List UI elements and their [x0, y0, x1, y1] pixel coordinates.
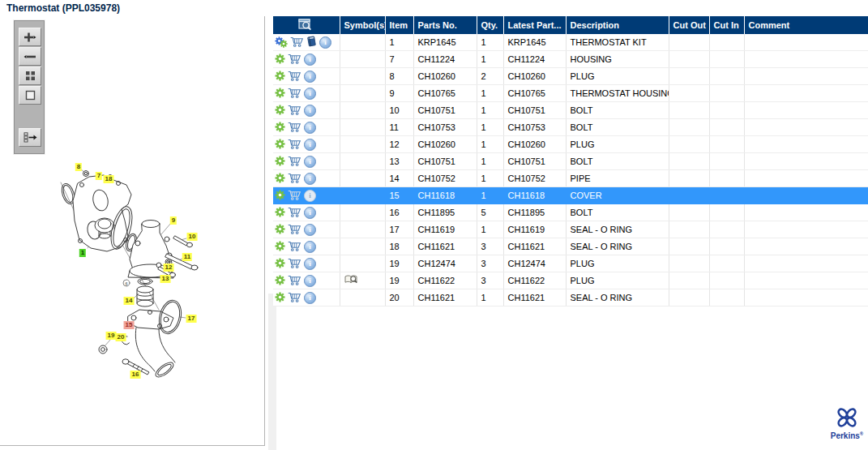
row-action-icons[interactable]: i: [273, 153, 340, 170]
cell-cut-in[interactable]: [709, 272, 744, 289]
cell-cut-out[interactable]: [669, 255, 709, 272]
toolbar-tile-view-button[interactable]: [19, 66, 41, 85]
cell-comment[interactable]: [744, 68, 868, 85]
cell-parts-no[interactable]: CH10751: [413, 153, 477, 170]
column-header-item[interactable]: Item: [385, 16, 413, 34]
cell-qty[interactable]: 1: [477, 34, 503, 51]
cell-latest-part[interactable]: CH10752: [503, 170, 566, 187]
cell-symbols[interactable]: [340, 238, 385, 255]
cell-cut-out[interactable]: [669, 170, 709, 187]
cell-symbols[interactable]: [340, 153, 385, 170]
cell-latest-part[interactable]: CH11622: [503, 272, 566, 289]
cell-description[interactable]: HOUSING: [566, 51, 669, 68]
cell-cut-out[interactable]: [669, 136, 709, 153]
row-action-icons[interactable]: i: [273, 68, 340, 85]
cell-comment[interactable]: [744, 170, 868, 187]
add-to-cart-icon[interactable]: [288, 224, 301, 236]
cell-parts-no[interactable]: CH11895: [413, 204, 477, 221]
cell-qty[interactable]: 3: [477, 238, 503, 255]
config-gear-icon[interactable]: [275, 292, 285, 304]
cell-qty[interactable]: 1: [477, 102, 503, 119]
info-icon[interactable]: i: [304, 54, 316, 66]
info-icon[interactable]: i: [304, 71, 316, 83]
config-gear-icon[interactable]: [275, 190, 285, 202]
cell-comment[interactable]: [744, 204, 868, 221]
cell-qty[interactable]: 3: [477, 272, 503, 289]
column-header-qty-[interactable]: Qty.: [477, 16, 503, 34]
diagram-callout-14[interactable]: 14: [124, 297, 135, 305]
config-gear-icon[interactable]: [275, 258, 285, 270]
cell-parts-no[interactable]: CH10765: [413, 85, 477, 102]
info-icon[interactable]: i: [304, 241, 316, 253]
cell-item[interactable]: 8: [385, 68, 413, 85]
cell-qty[interactable]: 1: [477, 170, 503, 187]
info-icon[interactable]: i: [304, 173, 316, 185]
diagram-callout-10[interactable]: 10: [187, 233, 198, 241]
cell-item[interactable]: 19: [385, 255, 413, 272]
cell-comment[interactable]: [744, 272, 868, 289]
row-action-icons[interactable]: i: [273, 255, 340, 272]
add-to-cart-icon[interactable]: [288, 275, 301, 287]
diagram-callout-7[interactable]: 7: [96, 172, 102, 180]
cell-symbols[interactable]: [340, 34, 385, 51]
add-to-cart-icon[interactable]: [288, 122, 301, 134]
row-action-icons[interactable]: i: [273, 187, 340, 204]
info-icon[interactable]: i: [304, 275, 316, 287]
cell-item[interactable]: 1: [385, 34, 413, 51]
cell-comment[interactable]: [744, 34, 868, 51]
cell-item[interactable]: 13: [385, 153, 413, 170]
cell-description[interactable]: SEAL - O RING: [566, 238, 669, 255]
diagram-callout-17[interactable]: 17: [186, 315, 197, 323]
cell-description[interactable]: BOLT: [566, 153, 669, 170]
info-icon[interactable]: i: [304, 105, 316, 117]
add-to-cart-icon[interactable]: [288, 241, 301, 253]
table-scrollbar-gutter[interactable]: [268, 294, 276, 450]
config-gear-icon[interactable]: [275, 139, 285, 151]
config-gear-icon[interactable]: [275, 105, 285, 117]
config-gear-icon[interactable]: [275, 241, 285, 253]
cell-cut-out[interactable]: [669, 68, 709, 85]
cell-cut-in[interactable]: [709, 238, 744, 255]
config-gear-icon[interactable]: [275, 173, 285, 185]
cell-comment[interactable]: [744, 119, 868, 136]
cell-description[interactable]: PLUG: [566, 255, 669, 272]
row-action-icons[interactable]: i: [273, 204, 340, 221]
cell-description[interactable]: PLUG: [566, 272, 669, 289]
add-to-cart-icon[interactable]: [288, 292, 301, 304]
cell-qty[interactable]: 1: [477, 136, 503, 153]
cell-latest-part[interactable]: CH11895: [503, 204, 566, 221]
column-header-latest-part-[interactable]: Latest Part...: [503, 16, 566, 34]
cell-cut-in[interactable]: [709, 289, 744, 306]
cell-qty[interactable]: 1: [477, 153, 503, 170]
diagram-callout-8[interactable]: 8: [75, 163, 82, 171]
cell-description[interactable]: BOLT: [566, 204, 669, 221]
cell-symbols[interactable]: [340, 187, 385, 204]
cell-latest-part[interactable]: KRP1645: [503, 34, 566, 51]
cell-item[interactable]: 11: [385, 119, 413, 136]
diagram-callout-1[interactable]: 1: [79, 249, 86, 257]
config-gear-icon[interactable]: [275, 88, 285, 100]
cell-qty[interactable]: 5: [477, 204, 503, 221]
column-header-description[interactable]: Description: [566, 16, 669, 34]
config-gears-icon[interactable]: [275, 36, 288, 48]
row-action-icons[interactable]: i: [273, 102, 340, 119]
diagram-callout-16[interactable]: 16: [130, 371, 141, 379]
info-icon[interactable]: i: [304, 122, 316, 134]
cell-cut-out[interactable]: [669, 289, 709, 306]
cell-cut-in[interactable]: [709, 255, 744, 272]
info-icon[interactable]: i: [304, 190, 316, 202]
column-header-cut-in[interactable]: Cut In: [709, 16, 744, 34]
cell-parts-no[interactable]: CH11621: [413, 238, 477, 255]
cell-latest-part[interactable]: CH11224: [503, 51, 566, 68]
cell-latest-part[interactable]: CH11621: [503, 289, 566, 306]
cell-parts-no[interactable]: CH11619: [413, 221, 477, 238]
info-icon[interactable]: i: [304, 224, 316, 236]
add-to-cart-icon[interactable]: [288, 54, 301, 66]
header-preview-magnifier-icon[interactable]: [273, 16, 340, 34]
cell-qty[interactable]: 1: [477, 221, 503, 238]
cell-qty[interactable]: 1: [477, 85, 503, 102]
cell-parts-no[interactable]: KRP1645: [413, 34, 477, 51]
cell-comment[interactable]: [744, 238, 868, 255]
add-to-cart-icon[interactable]: [290, 36, 304, 49]
cell-cut-in[interactable]: [709, 51, 744, 68]
